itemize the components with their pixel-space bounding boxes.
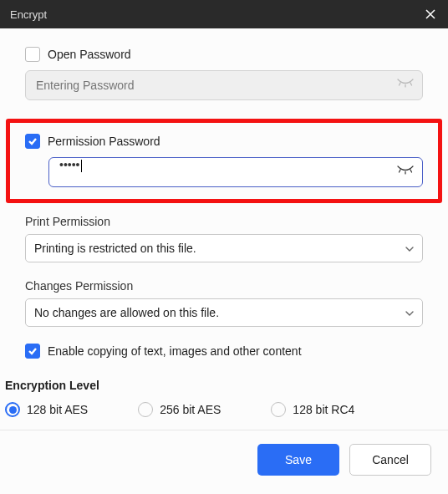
permission-password-row: Permission Password <box>25 134 423 149</box>
close-icon[interactable] <box>423 7 438 22</box>
cancel-button[interactable]: Cancel <box>349 444 431 476</box>
permission-password-input[interactable]: ••••• <box>48 157 423 187</box>
titlebar: Encrypt <box>0 0 448 28</box>
permission-password-label: Permission Password <box>48 135 160 148</box>
dialog-footer: Save Cancel <box>0 430 448 494</box>
encryption-level-title: Encryption Level <box>5 379 423 392</box>
dialog-body: Open Password Permission Password ••••• … <box>0 28 448 430</box>
radio-circle-icon <box>5 402 20 417</box>
changes-permission-value: No changes are allowed on this file. <box>34 306 219 319</box>
radio-128-rc4[interactable]: 128 bit RC4 <box>271 402 354 417</box>
print-permission-value: Printing is restricted on this file. <box>34 242 196 255</box>
save-button[interactable]: Save <box>257 444 339 476</box>
radio-circle-icon <box>271 402 286 417</box>
open-password-field-wrap <box>25 70 423 100</box>
radio-circle-icon <box>138 402 153 417</box>
permission-password-checkbox[interactable] <box>25 134 40 149</box>
open-password-input[interactable] <box>25 70 423 100</box>
dialog-title: Encrypt <box>10 8 47 21</box>
eye-closed-icon[interactable] <box>396 165 415 180</box>
permission-password-highlight: Permission Password ••••• <box>6 119 442 203</box>
radio-label: 256 bit AES <box>160 403 221 416</box>
radio-label: 128 bit AES <box>27 403 88 416</box>
enable-copy-label: Enable copying of text, images and other… <box>48 344 302 358</box>
changes-permission-label: Changes Permission <box>25 279 423 293</box>
radio-128-aes[interactable]: 128 bit AES <box>5 402 88 417</box>
text-cursor <box>81 160 82 172</box>
permission-password-field-wrap: ••••• <box>48 157 423 187</box>
eye-closed-icon[interactable] <box>396 78 415 93</box>
encryption-level-group: 128 bit AES 256 bit AES 128 bit RC4 <box>5 402 423 417</box>
open-password-checkbox[interactable] <box>25 47 40 62</box>
open-password-label: Open Password <box>48 48 131 61</box>
enable-copy-row: Enable copying of text, images and other… <box>25 344 423 359</box>
password-masked-value: ••••• <box>59 158 80 171</box>
print-permission-label: Print Permission <box>25 215 423 228</box>
radio-256-aes[interactable]: 256 bit AES <box>138 402 221 417</box>
radio-label: 128 bit RC4 <box>293 403 354 416</box>
changes-permission-select[interactable]: No changes are allowed on this file. <box>25 298 423 327</box>
open-password-row: Open Password <box>25 47 423 62</box>
enable-copy-checkbox[interactable] <box>25 344 40 359</box>
print-permission-select[interactable]: Printing is restricted on this file. <box>25 234 423 262</box>
